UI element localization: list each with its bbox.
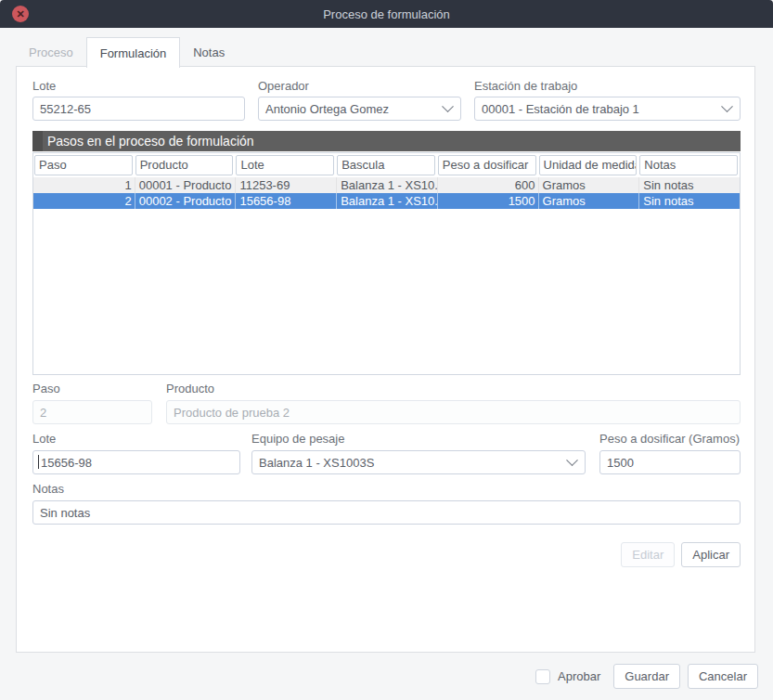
guardar-button[interactable]: Guardar — [613, 664, 680, 689]
chevron-down-icon — [442, 100, 454, 112]
chevron-down-icon — [721, 100, 733, 112]
operador-select[interactable]: Antonio Ortega Gomez — [258, 97, 461, 121]
table-row[interactable]: 1 00001 - Producto ... 11253-69 Balanza … — [33, 177, 740, 193]
equipo-selected-value: Balanza 1 - XS1003S — [259, 456, 374, 470]
operador-selected-value: Antonio Ortega Gomez — [265, 102, 389, 116]
peso-input[interactable] — [599, 450, 741, 474]
paso-label: Paso — [32, 382, 60, 395]
estacion-select[interactable]: 00001 - Estación de trabajo 1 — [474, 97, 741, 121]
column-header-producto[interactable]: Producto — [135, 155, 234, 175]
steps-table: Paso Producto Lote Bascula Peso a dosifi… — [32, 152, 741, 375]
column-header-lote[interactable]: Lote — [236, 155, 334, 175]
notas-input[interactable] — [32, 500, 741, 525]
steps-table-header: Paso Producto Lote Bascula Peso a dosifi… — [33, 153, 740, 177]
dialog-footer: Aprobar Guardar Cancelar — [0, 653, 773, 700]
text-caret — [38, 455, 39, 469]
tab-proceso[interactable]: Proceso — [16, 37, 86, 67]
window-title: Proceso de formulación — [0, 7, 773, 21]
title-bar: ✕ Proceso de formulación — [0, 0, 773, 28]
formulation-panel: Lote Operador Antonio Ortega Gomez Estac… — [16, 66, 755, 653]
close-icon: ✕ — [16, 9, 24, 19]
equipo-select[interactable]: Balanza 1 - XS1003S — [251, 450, 586, 474]
detail-lote-label: Lote — [32, 432, 56, 446]
column-header-notas[interactable]: Notas — [639, 155, 738, 175]
operador-label: Operador — [258, 79, 309, 93]
peso-label: Peso a dosificar (Gramos) — [599, 432, 740, 446]
aprobar-checkbox[interactable] — [535, 669, 550, 684]
producto-label: Producto — [166, 382, 214, 395]
equipo-label: Equipo de pesaje — [251, 432, 344, 446]
producto-input — [166, 400, 741, 424]
step-actions: Editar Aplicar — [621, 542, 741, 567]
lote-input[interactable] — [32, 97, 245, 121]
column-header-bascula[interactable]: Bascula — [337, 155, 435, 175]
tab-formulacion[interactable]: Formulación — [86, 37, 181, 68]
tab-notas[interactable]: Notas — [180, 37, 238, 67]
lote-label: Lote — [32, 79, 56, 93]
column-header-peso[interactable]: Peso a dosificar — [438, 155, 536, 175]
steps-section-header: Pasos en el proceso de formulación — [32, 131, 741, 151]
tab-bar: Proceso Formulación Notas — [16, 37, 238, 67]
aplicar-button[interactable]: Aplicar — [681, 542, 741, 567]
column-header-paso[interactable]: Paso — [34, 155, 133, 175]
detail-lote-input[interactable] — [32, 450, 240, 474]
formulation-process-dialog: ✕ Proceso de formulación Proceso Formula… — [0, 0, 773, 700]
editar-button: Editar — [621, 542, 675, 567]
aprobar-group: Aprobar — [535, 669, 600, 684]
cancelar-button[interactable]: Cancelar — [688, 664, 758, 689]
chevron-down-icon — [566, 454, 578, 466]
aprobar-label: Aprobar — [558, 669, 600, 683]
estacion-selected-value: 00001 - Estación de trabajo 1 — [482, 102, 639, 116]
column-header-unidad[interactable]: Unidad de medida — [539, 155, 638, 175]
table-row-selected[interactable]: 2 00002 - Producto ... 15656-98 Balanza … — [33, 193, 740, 209]
estacion-label: Estación de trabajo — [474, 79, 577, 93]
paso-input — [32, 400, 152, 424]
close-button[interactable]: ✕ — [12, 6, 29, 22]
notas-label: Notas — [32, 482, 64, 496]
